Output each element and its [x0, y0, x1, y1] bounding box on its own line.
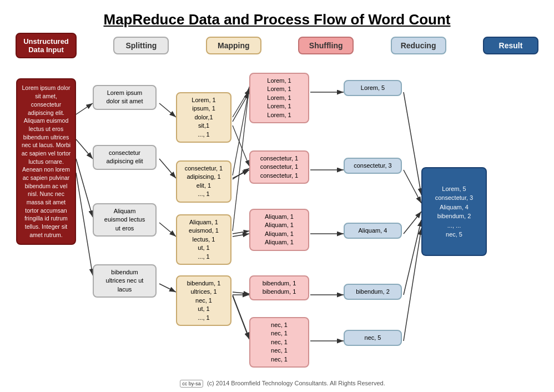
- svg-line-30: [404, 220, 421, 295]
- svg-line-31: [404, 228, 421, 341]
- shuffle-box-2: consectetur, 1consectetur, 1consectetur,…: [249, 150, 309, 184]
- svg-line-5: [159, 103, 176, 117]
- svg-line-18: [233, 231, 249, 234]
- phase-splitting: Splitting: [113, 37, 169, 54]
- shuffle-box-3: Aliquam, 1Aliquam, 1Aliquam, 1Aliquam, 1: [249, 209, 309, 251]
- svg-line-20: [233, 292, 249, 294]
- split-box-1: Lorem ipsumdolor sit amet: [93, 85, 157, 110]
- input-text: Lorem ipsum dolor sit amet, consectetur …: [21, 84, 71, 239]
- page: MapReduce Data and Process Flow of Word …: [0, 0, 554, 392]
- split-box-2: consecteturadipiscing elit: [93, 145, 157, 170]
- map-box-4: bibendum, 1ultrices, 1nec, 1ut, 1..., 1: [176, 275, 231, 326]
- svg-line-27: [404, 92, 421, 195]
- page-title: MapReduce Data and Process Flow of Word …: [6, 6, 548, 33]
- input-box: Lorem ipsum dolor sit amet, consectetur …: [16, 78, 76, 245]
- reduce-box-5: nec, 5: [344, 330, 402, 346]
- svg-line-17: [233, 168, 249, 179]
- svg-line-29: [404, 212, 421, 234]
- phase-reducing: Reducing: [391, 37, 446, 54]
- phase-header-row: UnstructuredData Input Splitting Mapping…: [6, 33, 548, 58]
- phase-unstructured: UnstructuredData Input: [16, 33, 77, 58]
- phase-mapping: Mapping: [206, 37, 261, 54]
- map-box-2: consectetur, 1adipiscing, 1elit, 1..., 1: [176, 160, 231, 203]
- phase-shuffling: Shuffling: [298, 37, 354, 54]
- svg-line-16: [233, 88, 249, 175]
- svg-line-4: [76, 173, 93, 275]
- svg-line-1: [76, 103, 93, 114]
- svg-line-21: [233, 295, 249, 338]
- svg-line-10: [233, 170, 249, 178]
- reduce-box-3: Aliquam, 4: [344, 223, 402, 239]
- phase-result: Result: [483, 37, 538, 54]
- reduce-box-1: Lorem, 5: [344, 80, 402, 96]
- svg-line-28: [404, 170, 421, 203]
- svg-line-14: [233, 89, 249, 117]
- footer: cc by-sa (c) 2014 Broomfield Technology …: [6, 380, 554, 388]
- svg-line-3: [76, 159, 93, 217]
- svg-line-6: [159, 159, 176, 178]
- map-box-3: Aliquam, 1euismod, 1lectus, 1ut, 1..., 1: [176, 214, 231, 265]
- split-box-4: bibendumultrices nec utlacus: [93, 264, 157, 298]
- diagram: Lorem ipsum dolor sit amet, consectetur …: [11, 62, 543, 373]
- cc-badge: cc by-sa: [180, 380, 203, 388]
- svg-line-19: [233, 87, 249, 231]
- svg-line-7: [159, 223, 176, 237]
- shuffle-box-1: Lorem, 1Lorem, 1Lorem, 1Lorem, 1Lorem, 1: [249, 73, 309, 123]
- shuffle-box-4: bibendum, 1bibendum, 1: [249, 275, 309, 300]
- result-text: Lorem, 5consectetur, 3Aliquam, 4bibendum…: [435, 184, 474, 239]
- svg-line-9: [233, 92, 249, 122]
- result-box: Lorem, 5consectetur, 3Aliquam, 4bibendum…: [421, 167, 487, 256]
- split-box-3: Aliquameuismod lectusut eros: [93, 203, 157, 237]
- reduce-box-2: consectetur, 3: [344, 158, 402, 174]
- svg-line-13: [233, 296, 249, 339]
- footer-text: (c) 2014 Broomfield Technology Consultan…: [207, 380, 385, 386]
- svg-line-8: [159, 284, 176, 292]
- map-box-1: Lorem, 1ipsum, 1dolor,1sit,1..., 1: [176, 92, 231, 143]
- shuffle-box-5: nec, 1nec, 1nec, 1nec, 1nec, 1: [249, 317, 309, 368]
- svg-line-15: [233, 125, 249, 166]
- reduce-box-4: bibendum, 2: [344, 284, 402, 300]
- svg-line-2: [76, 139, 93, 159]
- svg-line-11: [233, 234, 249, 237]
